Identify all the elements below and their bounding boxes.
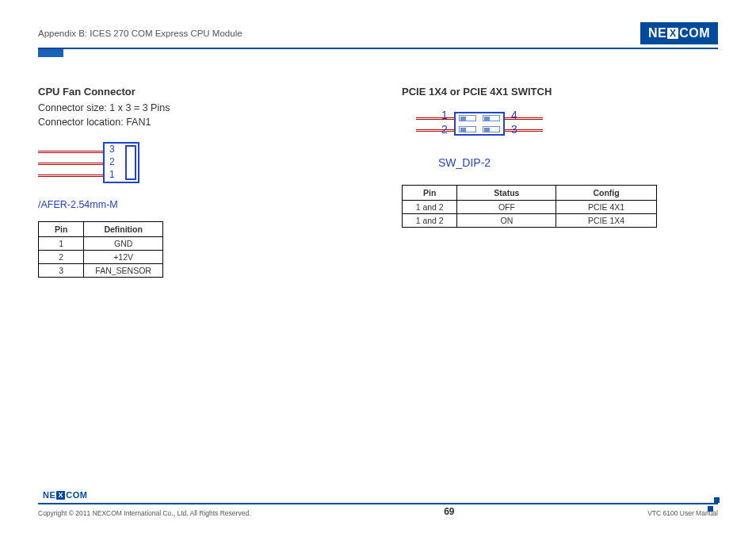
page-header: Appendix B: ICES 270 COM Express CPU Mod… (38, 22, 718, 49)
brand-text-pre: NE (43, 490, 55, 500)
pcie-switch-table: Pin Status Config 1 and 2 OFF PCIE 4X1 1… (402, 185, 657, 228)
cell-config: PCIE 1X4 (556, 214, 656, 228)
cell-config: PCIE 4X1 (556, 201, 656, 214)
cell-def: GND (84, 237, 163, 251)
table-header-row: Pin Definition (39, 222, 163, 237)
footer-rule (38, 503, 718, 504)
fan-pin-3-label: 3 (109, 144, 115, 155)
dip-pin-3-label: 3 (511, 123, 517, 136)
dip-switch-diagram: 1 2 4 3 (416, 105, 559, 153)
dip-slot-icon (459, 126, 476, 132)
fan-pin-2-label: 2 (109, 156, 115, 167)
left-column: CPU Fan Connector Connector size: 1 x 3 … (38, 86, 354, 278)
cell-pin: 3 (39, 264, 84, 278)
dip-slot-icon (459, 115, 476, 121)
cell-status: OFF (457, 201, 556, 214)
page-footer: NEXCOM Copyright © 2011 NEXCOM Internati… (38, 487, 718, 517)
fan-connector-diagram: 3 2 1 (38, 140, 157, 196)
corner-tab-icon (38, 49, 63, 57)
fan-pin-table: Pin Definition 1 GND 2 +12V 3 FAN_SENSOR (38, 221, 163, 278)
connector-location-line: Connector location: FAN1 (38, 115, 354, 129)
dip-knob-icon (460, 117, 466, 121)
right-column: PCIE 1X4 or PCIE 4X1 SWITCH 1 2 4 3 SW_D… (402, 86, 718, 278)
dip-slot-icon (483, 115, 500, 121)
table-row: 2 +12V (39, 251, 163, 264)
table-row: 1 and 2 OFF PCIE 4X1 (403, 201, 657, 214)
th-pin: Pin (403, 186, 457, 201)
dip-pin-4-label: 4 (511, 109, 517, 121)
fan-pin-1-label: 1 (109, 169, 115, 180)
dip-knob-icon (460, 128, 466, 132)
appendix-title: Appendix B: ICES 270 COM Express CPU Mod… (38, 29, 242, 38)
cell-status: ON (457, 214, 556, 228)
th-pin: Pin (39, 222, 84, 237)
connector-inner-icon (125, 145, 136, 180)
footer-square-icon (708, 506, 713, 512)
th-definition: Definition (84, 222, 163, 237)
brand-text-post: COM (679, 26, 710, 40)
th-status: Status (457, 186, 556, 201)
cell-pin: 1 and 2 (403, 201, 457, 214)
fan-diagram-label: /AFER-2.54mm-M (38, 199, 354, 210)
table-header-row: Pin Status Config (403, 186, 657, 201)
dip-knob-icon (484, 128, 490, 132)
table-row: 3 FAN_SENSOR (39, 264, 163, 278)
brand-text-post: COM (66, 490, 87, 500)
pcie-section-title: PCIE 1X4 or PCIE 4X1 SWITCH (402, 86, 718, 98)
cell-pin: 2 (39, 251, 84, 264)
brand-text-pre: NE (648, 26, 666, 40)
header-accent (38, 49, 718, 59)
fan-section-title: CPU Fan Connector (38, 86, 354, 98)
brand-logo: NEXCOM (640, 22, 718, 44)
th-config: Config (556, 186, 656, 201)
copyright-text: Copyright © 2011 NEXCOM International Co… (38, 509, 250, 517)
dip-body-icon (454, 112, 505, 136)
dip-diagram-label: SW_DIP-2 (438, 156, 718, 169)
cell-pin: 1 (39, 237, 84, 251)
connector-size-line: Connector size: 1 x 3 = 3 Pins (38, 101, 354, 115)
brand-x-icon: X (56, 491, 65, 500)
cell-pin: 1 and 2 (403, 214, 457, 228)
dip-pin-2-label: 2 (441, 123, 448, 136)
footer-square-icon (714, 497, 720, 503)
table-row: 1 and 2 ON PCIE 1X4 (403, 214, 657, 228)
footer-logo: NEXCOM (38, 487, 718, 501)
table-row: 1 GND (39, 237, 163, 251)
page-number: 69 (444, 506, 454, 517)
dip-slot-icon (483, 126, 500, 132)
cell-def: +12V (84, 251, 163, 264)
dip-pin-1-label: 1 (441, 109, 448, 121)
dip-knob-icon (484, 117, 490, 121)
brand-x-icon: X (667, 28, 678, 39)
cell-def: FAN_SENSOR (84, 264, 163, 278)
